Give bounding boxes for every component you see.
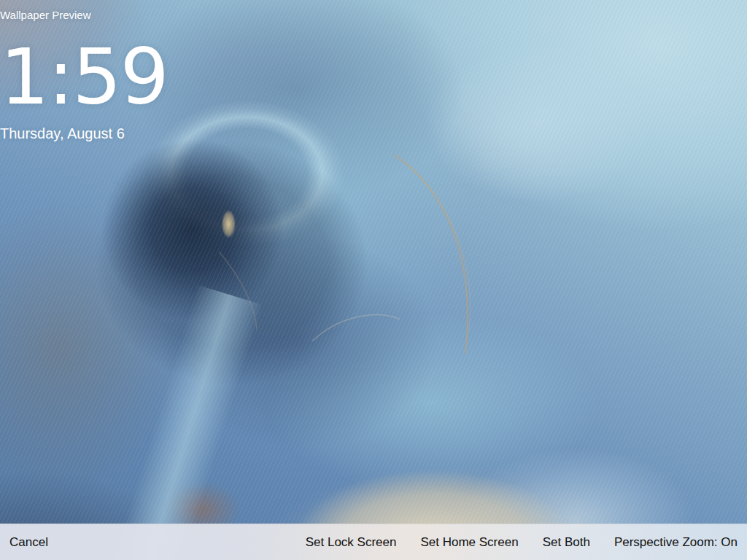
set-actions-group: Set Lock Screen Set Home Screen Set Both… [306,535,738,550]
set-lock-screen-button[interactable]: Set Lock Screen [306,535,397,550]
set-both-button[interactable]: Set Both [543,535,590,550]
cancel-button[interactable]: Cancel [9,535,48,550]
perspective-zoom-toggle[interactable]: Perspective Zoom: On [614,535,738,550]
wallpaper-preview-screen: Wallpaper Preview 1:59 Thursday, August … [0,0,747,560]
page-title: Wallpaper Preview [0,8,747,23]
lock-screen-date: Thursday, August 6 [0,125,747,142]
lock-screen-time: 1:59 [0,38,747,117]
set-home-screen-button[interactable]: Set Home Screen [420,535,518,550]
wallpaper-toolbar: Cancel Set Lock Screen Set Home Screen S… [0,524,747,560]
